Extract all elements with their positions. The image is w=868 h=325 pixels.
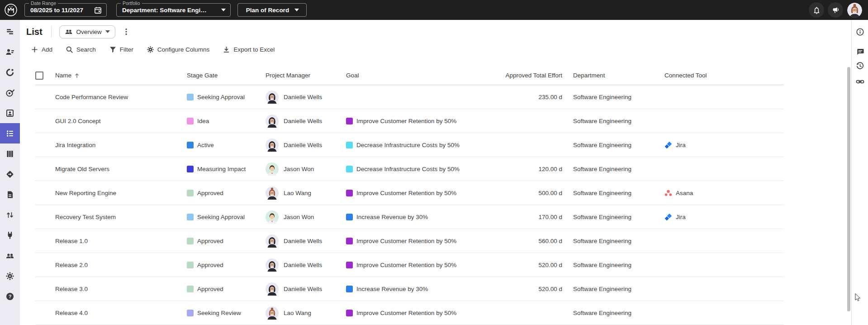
- goal-cell: Improve Customer Retention by 50%: [346, 253, 494, 277]
- sidebar-item-capacity[interactable]: [0, 62, 20, 82]
- sidebar-item-settings[interactable]: [0, 266, 20, 286]
- sidebar-item-users[interactable]: [0, 245, 20, 266]
- sidebar-item-import-export[interactable]: [0, 205, 20, 225]
- sidebar-item-list[interactable]: [0, 123, 20, 143]
- search-button[interactable]: Search: [66, 46, 96, 53]
- user-avatar[interactable]: [847, 3, 862, 18]
- sidebar-item-plan[interactable]: [0, 21, 20, 42]
- goal-label: Improve Customer Retention by 50%: [356, 262, 456, 268]
- sidebar-item-help[interactable]: [0, 286, 20, 306]
- add-button[interactable]: Add: [31, 46, 52, 53]
- goal-cell: Improve Customer Retention by 50%: [346, 109, 494, 133]
- project-manager-cell: Danielle Wells: [266, 277, 346, 301]
- department: Software Engineering: [562, 253, 664, 277]
- configure-columns-button[interactable]: Configure Columns: [147, 46, 210, 53]
- column-header-project-manager[interactable]: Project Manager: [266, 66, 346, 85]
- project-manager-name: Danielle Wells: [284, 118, 322, 124]
- stage-gate-color-swatch: [187, 190, 194, 196]
- view-selector-button[interactable]: Overview: [59, 25, 115, 38]
- goal-color-swatch: [346, 166, 353, 172]
- scenario-value: Plan of Record: [246, 7, 289, 14]
- configure-columns-label: Configure Columns: [157, 46, 210, 53]
- department: Software Engineering: [562, 85, 664, 109]
- chat-icon: [856, 48, 864, 56]
- scenario-selector[interactable]: Plan of Record: [237, 3, 307, 17]
- approved-total-effort: 520.00 d: [494, 253, 562, 277]
- add-label: Add: [42, 46, 52, 53]
- project-name[interactable]: GUI 2.0 Concept: [55, 109, 187, 133]
- export-to-excel-button[interactable]: Export to Excel: [223, 46, 275, 53]
- sidebar-item-team-planner[interactable]: [0, 42, 20, 62]
- stage-gate-label: Approved: [197, 286, 223, 292]
- table-row[interactable]: New Reporting Engine Approved Lao Wang I…: [35, 181, 784, 205]
- date-range-picker[interactable]: Date Range 08/2025 to 11/2027: [24, 3, 107, 17]
- table-row[interactable]: Release 1.0 Approved Danielle Wells Impr…: [35, 229, 784, 253]
- table-row[interactable]: Migrate Old Servers Measuring Impact Jas…: [35, 157, 784, 181]
- goal-color-swatch: [346, 190, 353, 196]
- sidebar-item-reports[interactable]: [0, 184, 20, 205]
- project-manager-cell: Lao Wang: [266, 181, 346, 205]
- right-rail-history-button[interactable]: [853, 59, 867, 72]
- sidebar-item-roadmap[interactable]: [0, 164, 20, 184]
- approved-total-effort: 560.00 d: [494, 229, 562, 253]
- portfolio-selector[interactable]: Portfolio Department: Software Engi…: [116, 3, 231, 17]
- project-name[interactable]: Recovery Test System: [55, 205, 187, 229]
- approved-total-effort: 520.00 d: [494, 277, 562, 301]
- project-manager-avatar: [266, 210, 279, 224]
- sidebar-item-goals[interactable]: [0, 82, 20, 103]
- project-name[interactable]: Release 2.0: [55, 253, 187, 277]
- approved-total-effort: 500.00 d: [494, 181, 562, 205]
- list-toolbar: Add Search Filter Configure Columns Expo…: [31, 46, 275, 53]
- meisterplan-logo[interactable]: [4, 3, 18, 17]
- project-manager-cell: Danielle Wells: [266, 109, 346, 133]
- chevron-down-icon: [294, 9, 299, 11]
- column-header-approved-total-effort[interactable]: Approved Total Effort: [494, 66, 562, 85]
- project-name[interactable]: Release 1.0: [55, 229, 187, 253]
- goal-cell: Improve Customer Retention by 50%: [346, 181, 494, 205]
- project-name[interactable]: Release 4.0: [55, 301, 187, 325]
- sidebar-item-board[interactable]: [0, 143, 20, 164]
- table-row[interactable]: GUI 2.0 Concept Idea Danielle Wells Impr…: [35, 109, 784, 133]
- column-header-stage-gate[interactable]: Stage Gate: [187, 66, 266, 85]
- diamond-arrow-icon: [5, 170, 14, 179]
- stage-gate-cell: Approved: [187, 181, 266, 205]
- column-header-goal[interactable]: Goal: [346, 66, 494, 85]
- column-header-name[interactable]: Name: [55, 66, 187, 85]
- notifications-button[interactable]: [809, 2, 824, 18]
- stage-gate-color-swatch: [187, 142, 194, 148]
- approved-total-effort: [494, 301, 562, 325]
- table-row[interactable]: Code Performance Review Seeking Approval…: [35, 85, 784, 109]
- table-row[interactable]: Recovery Test System Seeking Approval Ja…: [35, 205, 784, 229]
- date-range-value: 08/2025 to 11/2027: [30, 7, 83, 14]
- more-options-button[interactable]: [122, 28, 130, 36]
- project-manager-cell: Danielle Wells: [266, 133, 346, 157]
- sidebar-item-project-intake[interactable]: [0, 103, 20, 123]
- stage-gate-label: Measuring Impact: [197, 166, 246, 172]
- sort-asc-icon: [74, 72, 80, 79]
- project-name[interactable]: Code Performance Review: [55, 85, 187, 109]
- announcements-button[interactable]: [828, 2, 843, 18]
- project-name[interactable]: Jira Integration: [55, 133, 187, 157]
- select-all-checkbox[interactable]: [35, 72, 43, 80]
- filter-button[interactable]: Filter: [109, 46, 133, 53]
- table-row[interactable]: Release 3.0 Approved Danielle Wells Incr…: [35, 277, 784, 301]
- right-rail-info-button[interactable]: [853, 25, 867, 38]
- target-check-icon: [5, 88, 14, 97]
- vertical-scrollbar[interactable]: [847, 67, 850, 311]
- project-name[interactable]: New Reporting Engine: [55, 181, 187, 205]
- table-row[interactable]: Release 4.0 Seeking Review Lao Wang Impr…: [35, 301, 784, 325]
- column-header-connected-tool[interactable]: Connected Tool: [664, 66, 784, 85]
- right-rail-comments-button[interactable]: [853, 45, 867, 58]
- sidebar-item-integrations[interactable]: [0, 225, 20, 245]
- project-name[interactable]: Release 3.0: [55, 277, 187, 301]
- download-icon: [223, 46, 230, 53]
- project-manager-cell: Danielle Wells: [266, 253, 346, 277]
- connected-tool-cell: Asana: [664, 181, 784, 205]
- divider: [51, 26, 52, 38]
- badge-person-icon: [5, 109, 14, 118]
- column-header-department[interactable]: Department: [562, 66, 664, 85]
- table-row[interactable]: Release 2.0 Approved Danielle Wells Impr…: [35, 253, 784, 277]
- right-rail-links-button[interactable]: [853, 75, 867, 88]
- project-name[interactable]: Migrate Old Servers: [55, 157, 187, 181]
- table-row[interactable]: Jira Integration Active Danielle Wells D…: [35, 133, 784, 157]
